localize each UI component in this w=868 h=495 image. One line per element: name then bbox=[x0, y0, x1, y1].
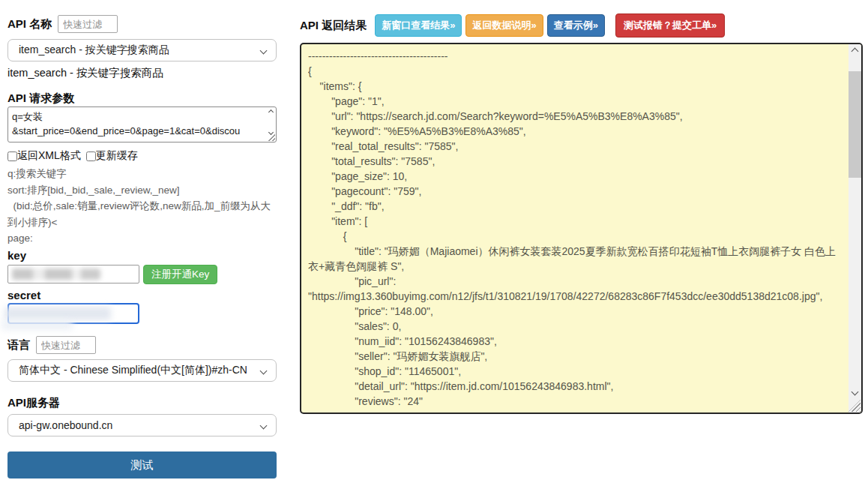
open-in-new-window-button[interactable]: 新窗口查看结果» bbox=[375, 14, 462, 37]
data-doc-button[interactable]: 返回数据说明» bbox=[465, 14, 543, 37]
refresh-cache-label: 更新缓存 bbox=[96, 149, 138, 163]
scroll-down-icon[interactable] bbox=[852, 388, 859, 396]
api-name-filter-input[interactable] bbox=[58, 15, 118, 33]
xml-format-label: 返回XML格式 bbox=[17, 149, 81, 163]
xml-format-checkbox[interactable] bbox=[7, 152, 17, 161]
api-select[interactable]: item_search - 按关键字搜索商品 bbox=[7, 39, 277, 62]
api-selected-text: item_search - 按关键字搜索商品 bbox=[7, 66, 163, 80]
server-select-value: api-gw.onebound.cn bbox=[19, 419, 112, 431]
api-response-area[interactable]: ----------------------------------------… bbox=[300, 43, 863, 414]
language-row: 语言 bbox=[7, 336, 96, 354]
redacted-key-value bbox=[12, 268, 100, 280]
key-label: key bbox=[7, 249, 26, 262]
redacted-secret-value bbox=[4, 307, 111, 320]
request-params-textarea[interactable]: q=女装 &start_price=0&end_price=0&page=1&c… bbox=[7, 106, 277, 142]
language-filter-input[interactable] bbox=[36, 336, 96, 354]
result-header: API 返回结果 新窗口查看结果» 返回数据说明» 查看示例» 测试报错？提交工… bbox=[300, 14, 725, 38]
secret-label: secret bbox=[7, 289, 40, 302]
language-label: 语言 bbox=[7, 338, 30, 352]
language-select-value: 简体中文 - Chinese Simplified(中文[简体])#zh-CN bbox=[19, 364, 247, 377]
api-server-heading: API服务器 bbox=[7, 396, 60, 410]
chevron-down-icon bbox=[260, 422, 268, 430]
view-example-button[interactable]: 查看示例» bbox=[547, 14, 605, 37]
register-key-button[interactable]: 注册开通Key bbox=[143, 265, 217, 284]
chevron-down-icon bbox=[260, 47, 268, 55]
params-help-text: q:搜索关键字 sort:排序[bid,_bid,_sale,_review,_… bbox=[7, 166, 277, 247]
chevron-down-icon bbox=[260, 368, 268, 375]
redacted-secret-smudge bbox=[1, 320, 73, 330]
result-scrollbar[interactable] bbox=[849, 44, 861, 412]
language-select[interactable]: 简体中文 - Chinese Simplified(中文[简体])#zh-CN bbox=[7, 359, 277, 382]
server-select[interactable]: api-gw.onebound.cn bbox=[7, 414, 277, 436]
request-panel: API 名称 item_search - 按关键字搜索商品 item_searc… bbox=[7, 0, 278, 495]
api-name-label: API 名称 bbox=[7, 17, 52, 32]
scroll-up-icon[interactable] bbox=[852, 48, 859, 56]
api-test-console: API 名称 item_search - 按关键字搜索商品 item_searc… bbox=[0, 0, 868, 495]
result-heading: API 返回结果 bbox=[300, 19, 367, 33]
request-params-value: q=女装 &start_price=0&end_price=0&page=1&c… bbox=[8, 107, 276, 140]
response-text: ----------------------------------------… bbox=[308, 49, 843, 410]
api-select-value: item_search - 按关键字搜索商品 bbox=[19, 44, 169, 57]
report-error-button[interactable]: 测试报错？提交工单» bbox=[615, 14, 725, 38]
refresh-cache-checkbox[interactable] bbox=[86, 152, 96, 161]
test-button[interactable]: 测试 bbox=[7, 452, 277, 478]
scrollbar-thumb[interactable] bbox=[849, 71, 861, 178]
params-options-row: 返回XML格式 更新缓存 bbox=[7, 149, 138, 163]
request-params-heading: API 请求参数 bbox=[7, 92, 74, 106]
api-name-row: API 名称 bbox=[7, 15, 118, 33]
